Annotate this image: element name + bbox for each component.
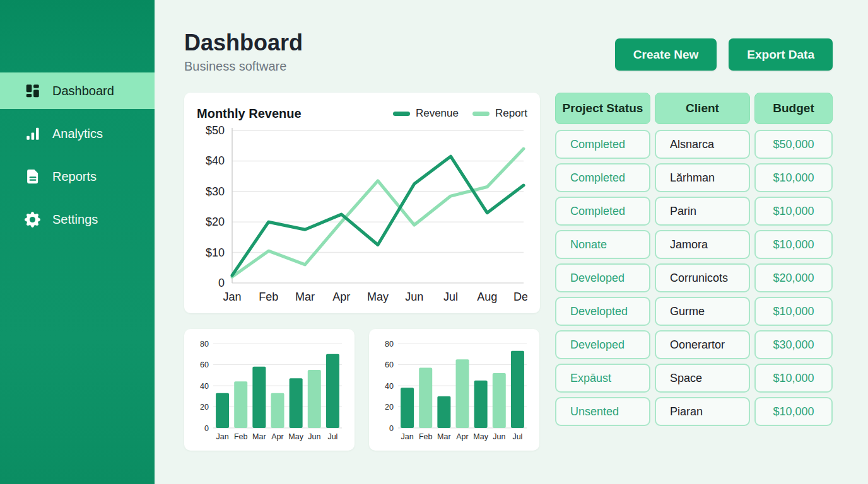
budget-cell: $10,000 xyxy=(754,163,833,192)
status-cell: Developted xyxy=(555,297,650,326)
charts-column: Monthly Revenue RevenueReport 0$10$20$30… xyxy=(184,93,540,451)
bar-chart-2: 020406080JanFebMarAprMayJunJul xyxy=(378,337,530,442)
client-cell: Jamora xyxy=(655,230,750,259)
svg-text:Jan: Jan xyxy=(216,432,228,441)
table-row: NonateJamora$10,000 xyxy=(555,230,833,259)
budget-cell: $10,000 xyxy=(754,364,833,393)
page-title: Dashboard xyxy=(184,30,303,55)
svg-text:Mar: Mar xyxy=(295,291,315,303)
svg-text:$40: $40 xyxy=(206,154,225,167)
table-row: DevelopedOonerartor$30,000 xyxy=(555,330,833,359)
analytics-bars-icon xyxy=(24,125,41,142)
legend-label: Revenue xyxy=(416,107,459,120)
budget-cell: $30,000 xyxy=(754,330,833,359)
sidebar-nav: Dashboard Analytics ReportsSettings xyxy=(0,0,155,244)
client-cell: Oonerartor xyxy=(655,330,750,359)
legend-item-report: Report xyxy=(472,107,527,120)
svg-text:$20: $20 xyxy=(206,216,225,228)
svg-text:60: 60 xyxy=(200,360,209,369)
svg-text:40: 40 xyxy=(200,382,209,391)
client-cell: Gurme xyxy=(655,297,750,326)
client-cell: Alsnarca xyxy=(655,130,750,159)
client-cell: Corrunicots xyxy=(655,263,750,292)
projects-table: Project StatusClientBudget CompletedAlsn… xyxy=(555,93,833,451)
svg-text:Jul: Jul xyxy=(512,432,522,441)
monthly-revenue-card: Monthly Revenue RevenueReport 0$10$20$30… xyxy=(184,93,540,313)
svg-text:Jun: Jun xyxy=(493,432,505,441)
status-cell: Expāust xyxy=(555,364,650,393)
svg-text:60: 60 xyxy=(385,360,394,369)
table-row: DeveloptedGurme$10,000 xyxy=(555,297,833,326)
svg-text:Apr: Apr xyxy=(456,432,468,441)
export-data-button[interactable]: Export Data xyxy=(729,38,833,71)
svg-text:May: May xyxy=(367,291,389,303)
legend-dash-icon xyxy=(472,112,490,116)
legend-label: Report xyxy=(495,107,527,120)
sidebar-item-label: Dashboard xyxy=(52,84,114,98)
svg-text:Jun: Jun xyxy=(308,432,320,441)
budget-cell: $10,000 xyxy=(754,397,833,426)
client-cell: Piaran xyxy=(655,397,750,426)
page-header: Dashboard Business software Create New E… xyxy=(184,30,833,74)
legend-item-revenue: Revenue xyxy=(393,107,459,120)
svg-text:$50: $50 xyxy=(206,124,225,137)
sidebar-item-dashboard[interactable]: Dashboard xyxy=(0,72,155,109)
small-charts-row: 020406080JanFebMarAprMayJunJul 020406080… xyxy=(184,329,540,451)
column-header-budget: Budget xyxy=(754,93,833,124)
sidebar-item-reports[interactable]: Reports xyxy=(0,158,155,195)
projects-table-header: Project StatusClientBudget xyxy=(555,93,833,124)
budget-cell: $10,000 xyxy=(754,230,833,259)
table-row: UnsentedPiaran$10,000 xyxy=(555,397,833,426)
status-cell: Unsented xyxy=(555,397,650,426)
monthly-revenue-card-header: Monthly Revenue RevenueReport xyxy=(197,104,527,123)
sidebar-item-label: Settings xyxy=(52,212,98,227)
sidebar-item-analytics[interactable]: Analytics xyxy=(0,115,155,152)
dashboard-grid-icon xyxy=(24,83,41,100)
status-cell: Developed xyxy=(555,263,650,292)
budget-cell: $20,000 xyxy=(754,263,833,292)
client-cell: Parin xyxy=(655,197,750,226)
sidebar: Dashboard Analytics ReportsSettings xyxy=(0,0,155,484)
svg-text:Jul: Jul xyxy=(443,291,458,303)
table-row: CompletedAlsnarca$50,000 xyxy=(555,130,833,159)
svg-text:Apr: Apr xyxy=(271,432,283,441)
svg-text:20: 20 xyxy=(385,403,394,412)
svg-text:0: 0 xyxy=(204,424,209,433)
svg-text:Jul: Jul xyxy=(327,432,337,441)
svg-text:Jan: Jan xyxy=(401,432,413,441)
legend-dash-icon xyxy=(393,112,410,116)
page-subtitle: Business software xyxy=(184,59,303,74)
bar-chart-card-1: 020406080JanFebMarAprMayJunJul xyxy=(184,329,355,451)
svg-text:Jan: Jan xyxy=(223,291,241,303)
status-cell: Developed xyxy=(555,330,650,359)
bar-chart-card-2: 020406080JanFebMarAprMayJunJul xyxy=(369,329,539,451)
svg-text:May: May xyxy=(473,432,488,441)
client-cell: Space xyxy=(655,364,750,393)
svg-text:Feb: Feb xyxy=(419,432,433,441)
svg-text:Aug: Aug xyxy=(477,291,497,303)
svg-text:0: 0 xyxy=(389,424,394,433)
svg-text:Jun: Jun xyxy=(405,291,423,303)
svg-text:40: 40 xyxy=(385,382,394,391)
sidebar-item-settings[interactable]: Settings xyxy=(0,201,155,238)
report-document-icon xyxy=(24,168,41,185)
svg-text:0: 0 xyxy=(218,277,225,289)
svg-text:20: 20 xyxy=(200,403,209,412)
status-cell: Completed xyxy=(555,130,650,159)
header-actions: Create New Export Data xyxy=(615,38,833,71)
title-block: Dashboard Business software xyxy=(184,30,303,74)
budget-cell: $10,000 xyxy=(754,197,833,226)
monthly-revenue-line-chart: 0$10$20$30$40$50JanFebMarAprMayJunJulAug… xyxy=(197,123,527,304)
svg-text:May: May xyxy=(288,432,303,441)
status-cell: Completed xyxy=(555,197,650,226)
svg-text:Dec: Dec xyxy=(513,291,527,303)
table-row: CompletedParin$10,000 xyxy=(555,197,833,226)
table-row: DevelopedCorrunicots$20,000 xyxy=(555,263,833,292)
svg-text:Mar: Mar xyxy=(252,432,266,441)
svg-text:80: 80 xyxy=(200,340,209,349)
svg-text:Mar: Mar xyxy=(437,432,451,441)
column-header-client: Client xyxy=(655,93,750,124)
create-new-button[interactable]: Create New xyxy=(615,38,717,71)
settings-gear-icon xyxy=(24,211,41,228)
bar-chart-1: 020406080JanFebMarAprMayJunJul xyxy=(194,337,345,442)
